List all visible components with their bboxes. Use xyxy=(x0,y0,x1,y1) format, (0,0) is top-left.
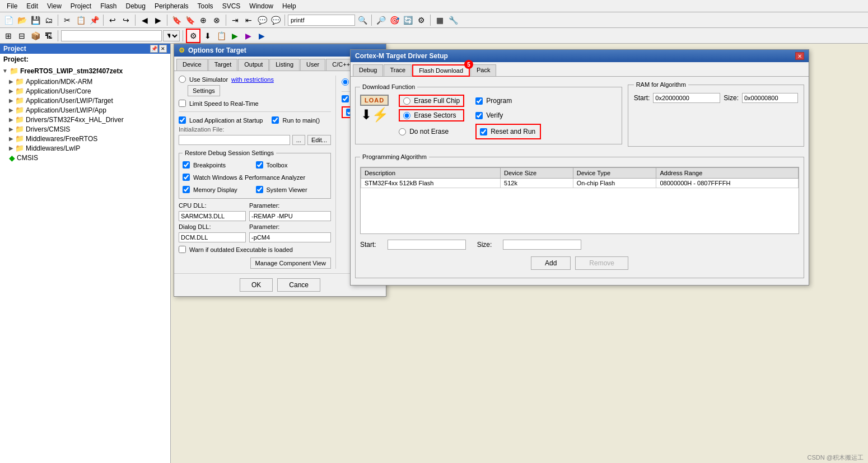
load-app-checkbox[interactable] xyxy=(179,116,186,124)
menu-peripherals[interactable]: Peripherals xyxy=(150,1,193,11)
tb2-btn1[interactable]: ⊞ xyxy=(2,30,15,42)
ram-size-input[interactable] xyxy=(742,93,798,103)
open-btn[interactable]: 📂 xyxy=(16,14,28,26)
program-checkbox[interactable] xyxy=(475,97,483,105)
nav-fwd-btn[interactable]: ▶ xyxy=(152,14,164,26)
save-btn[interactable]: 💾 xyxy=(29,14,41,26)
toolbox-checkbox[interactable] xyxy=(256,161,263,169)
comment-btn[interactable]: 💬 xyxy=(256,14,268,26)
cortex-tab-debug[interactable]: Debug xyxy=(353,64,383,76)
project-name-input[interactable]: FreeRTOS_LWIP_stm32f4( xyxy=(61,30,162,41)
new-file-btn[interactable]: 📄 xyxy=(2,14,15,26)
sidebar-item-6[interactable]: ▶ 📁 Middlewares/FreeRTOS xyxy=(0,134,170,143)
cortex-tab-pack[interactable]: Pack xyxy=(470,64,496,76)
bottom-start-input[interactable] xyxy=(388,240,466,250)
sidebar-root[interactable]: ▼ 📁 FreeRTOS_LWIP_stm32f407zetx xyxy=(0,65,170,77)
breakpoints-checkbox[interactable] xyxy=(183,161,190,169)
left-settings-btn[interactable]: Settings xyxy=(188,85,220,96)
paste-btn[interactable]: 📌 xyxy=(88,14,100,26)
sidebar-item-1[interactable]: ▶ 📁 Application/User/Core xyxy=(0,86,170,96)
uncomment-btn[interactable]: 💬 xyxy=(269,14,282,26)
search-btn[interactable]: 🔍 xyxy=(356,14,368,26)
menu-svcs[interactable]: SVCS xyxy=(218,1,245,11)
undo-btn[interactable]: ↩ xyxy=(106,14,119,26)
indent-btn[interactable]: ⇥ xyxy=(229,14,241,26)
menu-flash[interactable]: Flash xyxy=(96,1,121,11)
cortex-tab-trace[interactable]: Trace xyxy=(384,64,412,76)
menu-help[interactable]: Help xyxy=(278,1,301,11)
tab-device[interactable]: Device xyxy=(176,59,208,71)
cortex-close-btn[interactable]: ✕ xyxy=(795,52,804,60)
sidebar-item-2[interactable]: ▶ 📁 Application/User/LWIP/Target xyxy=(0,96,170,105)
debug2-btn[interactable]: ▶ xyxy=(255,30,268,42)
load-app2-checkbox[interactable] xyxy=(342,95,349,102)
debug-start-btn[interactable]: ▶ xyxy=(242,30,254,42)
redo-btn[interactable]: ↪ xyxy=(120,14,132,26)
use-debugger-radio[interactable] xyxy=(342,78,349,86)
dialog-param-input[interactable] xyxy=(249,232,331,242)
unindent-btn[interactable]: ⇤ xyxy=(242,14,255,26)
settings-icon-btn[interactable]: ⚙ xyxy=(415,14,427,26)
add-btn[interactable]: Add xyxy=(531,256,571,270)
menu-project[interactable]: Project xyxy=(66,1,96,11)
cpu-param-input[interactable] xyxy=(249,211,331,221)
limit-speed-checkbox[interactable] xyxy=(179,100,186,107)
menu-tools[interactable]: Tools xyxy=(193,1,218,11)
bookmark2-btn[interactable]: 🔖 xyxy=(184,14,196,26)
init-file-input[interactable] xyxy=(179,135,290,145)
reset-and-run-checkbox[interactable] xyxy=(480,128,487,135)
sidebar-item-5[interactable]: ▶ 📁 Drivers/CMSIS xyxy=(0,124,170,134)
copy2-btn[interactable]: 📋 xyxy=(215,30,227,42)
sidebar-item-3[interactable]: ▶ 📁 Application/User/LWIP/App xyxy=(0,105,170,115)
bookmark3-btn[interactable]: ⊕ xyxy=(197,14,209,26)
tab-listing[interactable]: Listing xyxy=(269,59,300,71)
erase-full-chip-radio[interactable] xyxy=(403,97,410,105)
sidebar-close-btn[interactable]: ✕ xyxy=(159,45,167,53)
sidebar-pin-btn[interactable]: 📌 xyxy=(150,45,158,53)
cancel-btn[interactable]: Cance xyxy=(277,278,320,292)
bookmark4-btn[interactable]: ⊗ xyxy=(211,14,223,26)
sidebar-item-7[interactable]: ▶ 📁 Middlewares/LwIP xyxy=(0,143,170,153)
ok-btn[interactable]: OK xyxy=(240,278,273,292)
memory-display-checkbox[interactable] xyxy=(183,186,190,193)
browse-init-btn[interactable]: ... xyxy=(292,135,305,145)
edit-init-btn[interactable]: Edit... xyxy=(307,135,331,145)
verify-checkbox[interactable] xyxy=(475,112,483,119)
project-dropdown[interactable]: ▼ xyxy=(163,30,180,41)
tab-user[interactable]: User xyxy=(300,59,325,71)
menu-file[interactable]: File xyxy=(2,1,22,11)
with-restrictions-link[interactable]: with restrictions xyxy=(231,76,274,83)
search-input[interactable] xyxy=(288,15,355,26)
warn-outdated-checkbox[interactable] xyxy=(179,246,186,253)
simulator-radio[interactable] xyxy=(179,76,186,83)
save-all-btn[interactable]: 🗂 xyxy=(43,14,55,26)
run-btn[interactable]: ▶ xyxy=(228,30,241,42)
nav-back-btn[interactable]: ◀ xyxy=(138,14,151,26)
menu-window[interactable]: Window xyxy=(245,1,278,11)
tools-btn[interactable]: 🔧 xyxy=(447,14,459,26)
menu-debug[interactable]: Debug xyxy=(122,1,150,11)
system-viewer-checkbox[interactable] xyxy=(256,186,263,193)
cpu-dll-input[interactable] xyxy=(179,211,246,221)
do-not-erase-radio[interactable] xyxy=(399,128,406,135)
copy-btn[interactable]: 📋 xyxy=(74,14,87,26)
sidebar-item-0[interactable]: ▶ 📁 Application/MDK-ARM xyxy=(0,77,170,86)
remove-btn[interactable]: Remove xyxy=(575,256,628,270)
cortex-tab-flash-download[interactable]: Flash Download 5 xyxy=(412,64,470,77)
bottom-size-input[interactable] xyxy=(503,240,581,250)
tab-output[interactable]: Output xyxy=(238,59,269,71)
tb2-btn3[interactable]: 📦 xyxy=(29,30,41,42)
find-btn[interactable]: 🔎 xyxy=(375,14,387,26)
ram-start-input[interactable] xyxy=(653,93,720,103)
manage-component-btn[interactable]: Manage Component View xyxy=(250,258,331,269)
table-row[interactable]: STM32F4xx 512kB Flash 512k On-chip Flash… xyxy=(361,179,799,188)
sidebar-item-4[interactable]: ▶ 📁 Drivers/STM32F4xx_HAL_Driver xyxy=(0,115,170,124)
options-for-target-btn[interactable]: ⚙ xyxy=(186,29,200,43)
bookmark-btn[interactable]: 🔖 xyxy=(170,14,183,26)
menu-view[interactable]: View xyxy=(43,1,66,11)
download-btn[interactable]: ⬇ xyxy=(202,30,214,42)
erase-sectors-radio[interactable] xyxy=(403,112,410,119)
layout-btn[interactable]: ▦ xyxy=(433,14,446,26)
watch-windows-checkbox[interactable] xyxy=(183,174,190,181)
run-to-main-checkbox[interactable] xyxy=(272,116,279,124)
